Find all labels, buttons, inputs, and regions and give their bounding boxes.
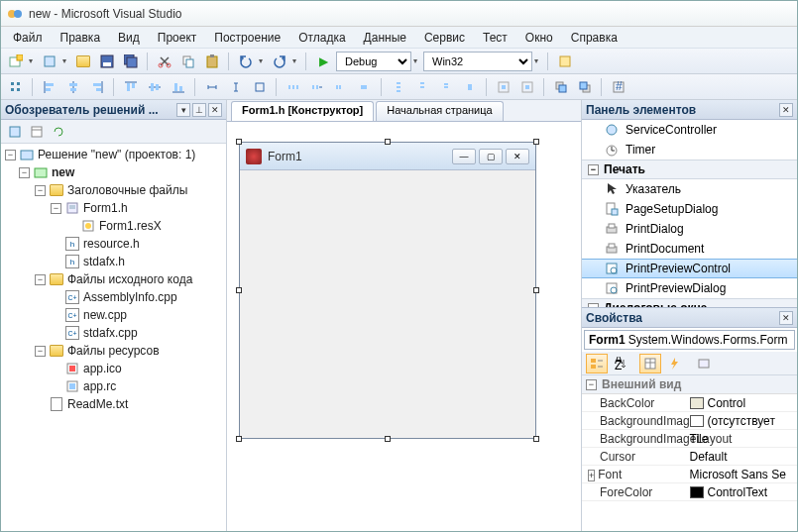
solution-tree[interactable]: −Решение "new" (проектов: 1) −new −Загол… <box>1 144 226 531</box>
menu-edit[interactable]: Правка <box>53 29 109 47</box>
align-right-button[interactable] <box>86 76 108 98</box>
events-button[interactable] <box>663 354 685 373</box>
close-icon[interactable]: ✕ <box>779 103 793 117</box>
close-icon[interactable]: ✕ <box>506 149 529 164</box>
properties-grid[interactable]: −Внешний вид BackColorControlBackgroundI… <box>582 375 797 531</box>
property-row[interactable]: +FontMicrosoft Sans Se <box>582 466 797 483</box>
dropdown-icon[interactable]: ▾ <box>176 103 190 117</box>
properties-button[interactable] <box>639 354 661 373</box>
close-icon[interactable]: ✕ <box>779 311 793 325</box>
save-all-button[interactable] <box>120 51 142 72</box>
vspace-equal-button[interactable] <box>388 76 409 98</box>
send-back-button[interactable] <box>574 76 596 98</box>
tree-item[interactable]: app.rc <box>3 377 224 395</box>
tree-item[interactable]: C+new.cpp <box>3 306 224 324</box>
dropdown-icon[interactable]: ▾ <box>29 56 37 65</box>
add-item-button[interactable] <box>39 51 60 72</box>
cut-button[interactable] <box>154 51 175 72</box>
menu-file[interactable]: Файл <box>5 29 51 47</box>
minimize-icon[interactable]: — <box>452 149 476 164</box>
properties-button[interactable] <box>5 122 25 142</box>
menu-window[interactable]: Окно <box>517 29 561 47</box>
property-row[interactable]: CursorDefault <box>582 448 797 466</box>
toolbox-item[interactable]: ServiceController <box>582 120 797 140</box>
toolbox-category-print[interactable]: −Печать <box>582 160 797 179</box>
paste-button[interactable] <box>201 51 223 72</box>
toolbox-item[interactable]: PrintDocument <box>582 239 797 259</box>
hspace-equal-button[interactable] <box>283 76 304 98</box>
property-row[interactable]: BackColorControl <box>582 394 797 412</box>
redo-button[interactable] <box>269 51 290 72</box>
center-h-button[interactable] <box>493 76 514 98</box>
alphabetical-button[interactable]: AZ <box>610 354 631 373</box>
hspace-remove-button[interactable] <box>354 76 376 98</box>
vspace-inc-button[interactable] <box>411 76 433 98</box>
designer-surface[interactable]: Form1 — ▢ ✕ <box>227 122 581 531</box>
close-icon[interactable]: ✕ <box>208 103 222 117</box>
vspace-dec-button[interactable] <box>435 76 457 98</box>
property-pages-button[interactable] <box>693 354 715 373</box>
menu-build[interactable]: Построение <box>206 29 288 47</box>
form-widget[interactable]: Form1 — ▢ ✕ <box>239 142 536 439</box>
same-width-button[interactable] <box>201 76 223 98</box>
menu-test[interactable]: Тест <box>475 29 515 47</box>
menu-data[interactable]: Данные <box>356 29 414 47</box>
properties-object-combo[interactable]: Form1 System.Windows.Forms.Form <box>584 330 795 350</box>
tree-solution[interactable]: −Решение "new" (проектов: 1) <box>3 146 224 163</box>
dropdown-icon[interactable]: ▾ <box>62 56 70 65</box>
dropdown-icon[interactable]: ▾ <box>259 56 267 65</box>
tree-item[interactable]: C+AssemblyInfo.cpp <box>3 288 224 306</box>
toolbox-item[interactable]: PrintPreviewDialog <box>582 278 797 298</box>
toolbox-item[interactable]: PrintDialog <box>582 219 797 239</box>
tab-order-button[interactable]: # <box>608 76 629 98</box>
property-category[interactable]: −Внешний вид <box>582 375 797 394</box>
tree-item[interactable]: hstdafx.h <box>3 253 224 270</box>
maximize-icon[interactable]: ▢ <box>479 149 503 164</box>
align-grid-button[interactable] <box>5 76 27 98</box>
property-row[interactable]: ForeColorControlText <box>582 483 797 501</box>
tree-item[interactable]: C+stdafx.cpp <box>3 324 224 342</box>
copy-button[interactable] <box>177 51 199 72</box>
tree-item[interactable]: Form1.resX <box>3 217 224 235</box>
categorized-button[interactable] <box>586 354 608 373</box>
align-top-button[interactable] <box>120 76 142 98</box>
toolbox-item[interactable]: PageSetupDialog <box>582 199 797 219</box>
menu-project[interactable]: Проект <box>150 29 205 47</box>
save-button[interactable] <box>96 51 118 72</box>
toolbox-category-dialogs[interactable]: −Диалоговые окна <box>582 298 797 307</box>
tree-project[interactable]: −new <box>3 163 224 181</box>
bring-front-button[interactable] <box>550 76 572 98</box>
align-center-button[interactable] <box>62 76 84 98</box>
same-height-button[interactable] <box>225 76 247 98</box>
property-row[interactable]: BackgroundImage(отсутствует <box>582 412 797 430</box>
toolbox-item[interactable]: Timer <box>582 140 797 160</box>
align-bottom-button[interactable] <box>168 76 189 98</box>
tree-item[interactable]: ReadMe.txt <box>3 395 224 413</box>
toolbox-list[interactable]: ServiceController Timer −Печать Указател… <box>582 120 797 307</box>
tree-folder-headers[interactable]: −Заголовочные файлы <box>3 181 224 199</box>
property-row[interactable]: BackgroundImageLayoutTile <box>582 430 797 448</box>
menu-debug[interactable]: Отладка <box>290 29 353 47</box>
menu-tools[interactable]: Сервис <box>416 29 473 47</box>
platform-combo[interactable]: Win32 <box>423 52 532 71</box>
menu-help[interactable]: Справка <box>563 29 626 47</box>
dropdown-icon[interactable]: ▾ <box>292 56 300 65</box>
tree-item[interactable]: hresource.h <box>3 235 224 253</box>
align-left-button[interactable] <box>39 76 60 98</box>
toolbox-item-pointer[interactable]: Указатель <box>582 179 797 199</box>
new-project-button[interactable] <box>5 51 27 72</box>
tab-form-designer[interactable]: Form1.h [Конструктор] <box>231 101 374 121</box>
tab-start-page[interactable]: Начальная страница <box>376 101 503 121</box>
refresh-button[interactable] <box>49 122 68 142</box>
hspace-dec-button[interactable] <box>330 76 352 98</box>
toolbox-item-selected[interactable]: PrintPreviewControl <box>582 259 797 278</box>
center-v-button[interactable] <box>516 76 538 98</box>
config-combo[interactable]: Debug <box>336 52 411 71</box>
menu-view[interactable]: Вид <box>110 29 148 47</box>
tree-folder-sources[interactable]: −Файлы исходного кода <box>3 270 224 288</box>
find-button[interactable] <box>554 51 576 72</box>
start-debug-button[interactable]: ▶ <box>312 51 334 72</box>
show-all-button[interactable] <box>27 122 47 142</box>
undo-button[interactable] <box>235 51 257 72</box>
hspace-inc-button[interactable] <box>306 76 328 98</box>
